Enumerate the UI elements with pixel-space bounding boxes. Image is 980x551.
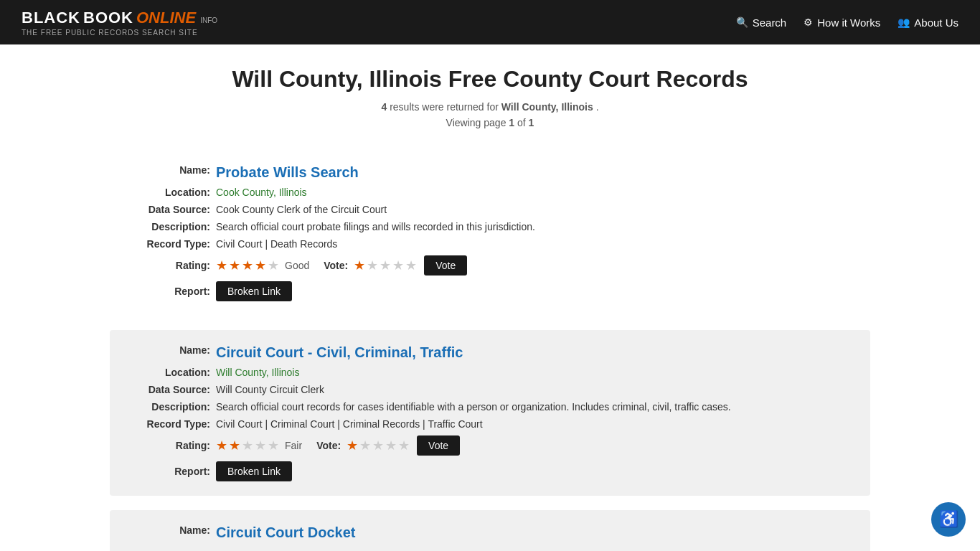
result-2-broken-link-button[interactable]: Broken Link xyxy=(216,461,292,481)
result-2-name-row: Name: Circuit Court - Civil, Criminal, T… xyxy=(124,344,842,361)
vote-star-4: ★ xyxy=(392,258,404,273)
vote2-star-4: ★ xyxy=(385,438,397,453)
rating-star-3: ★ xyxy=(242,258,253,273)
rating-star-4: ★ xyxy=(255,258,266,273)
result-3-name-row: Name: Circuit Court Docket xyxy=(124,524,842,541)
result-2-location-link[interactable]: Will County, Illinois xyxy=(216,367,299,378)
rating2-star-2: ★ xyxy=(229,438,240,453)
result-card-2: Name: Circuit Court - Civil, Criminal, T… xyxy=(110,330,870,496)
result-1-datasource-row: Data Source: Cook County Clerk of the Ci… xyxy=(124,204,842,215)
label-datasource-2: Data Source: xyxy=(124,384,210,395)
site-header: BLACK BOOK ONLINE INFO THE FREE PUBLIC R… xyxy=(0,0,980,44)
current-page: 1 xyxy=(509,117,514,128)
results-location: Will County, Illinois xyxy=(501,101,593,113)
result-1-location-link[interactable]: Cook County, Illinois xyxy=(216,187,307,198)
result-2-rating-row: Rating: ★ ★ ★ ★ ★ Fair Vote: ★ ★ ★ ★ ★ V… xyxy=(124,435,842,456)
page-info: Viewing page 1 of 1 xyxy=(110,117,870,128)
nav-about-us[interactable]: 👥 About Us xyxy=(897,17,958,29)
label-rating-2: Rating: xyxy=(124,440,210,451)
result-2-desc-row: Description: Search official court recor… xyxy=(124,401,842,413)
accessibility-button[interactable]: ♿ xyxy=(931,502,966,537)
logo: BLACK BOOK ONLINE INFO THE FREE PUBLIC R… xyxy=(22,9,217,37)
logo-info: INFO xyxy=(200,17,217,24)
result-1-desc: Search official court probate filings an… xyxy=(216,221,842,232)
result-2-recordtype: Civil Court | Criminal Court | Criminal … xyxy=(216,418,842,430)
nav-how-it-works[interactable]: ⚙ How it Works xyxy=(804,17,880,29)
result-1-name-link[interactable]: Probate Wills Search xyxy=(216,164,359,181)
label-name-2: Name: xyxy=(124,344,210,356)
nav-search-label: Search xyxy=(753,17,787,29)
label-location-1: Location: xyxy=(124,187,210,198)
gear-icon: ⚙ xyxy=(804,17,813,28)
vote-star-1: ★ xyxy=(354,258,365,273)
nav-how-label: How it Works xyxy=(817,17,880,29)
result-2-vote-button[interactable]: Vote xyxy=(417,435,460,456)
label-desc-2: Description: xyxy=(124,401,210,413)
label-rating-1: Rating: xyxy=(124,260,210,271)
rating2-star-3: ★ xyxy=(242,438,253,453)
label-name-3: Name: xyxy=(124,524,210,536)
logo-tagline: THE FREE PUBLIC RECORDS SEARCH SITE xyxy=(22,29,217,37)
page-title: Will County, Illinois Free County Court … xyxy=(110,66,870,93)
result-1-vote-label: Vote: xyxy=(324,260,348,271)
label-location-2: Location: xyxy=(124,367,210,378)
nav-about-label: About Us xyxy=(914,17,958,29)
vote2-star-5: ★ xyxy=(398,438,410,453)
result-1-recordtype-row: Record Type: Civil Court | Death Records xyxy=(124,238,842,250)
rating-star-2: ★ xyxy=(229,258,240,273)
vote-star-3: ★ xyxy=(380,258,391,273)
result-2-rating-stars: ★ ★ ★ ★ ★ xyxy=(216,438,279,453)
result-2-report-row: Report: Broken Link xyxy=(124,461,842,481)
nav-search[interactable]: 🔍 Search xyxy=(736,17,787,29)
results-text: results were returned for xyxy=(390,101,501,113)
label-recordtype-2: Record Type: xyxy=(124,418,210,430)
search-icon: 🔍 xyxy=(736,17,748,28)
rating2-star-1: ★ xyxy=(216,438,227,453)
rating-star-5: ★ xyxy=(268,258,279,273)
result-1-report-row: Report: Broken Link xyxy=(124,281,842,301)
vote-star-2: ★ xyxy=(367,258,378,273)
result-2-name-link[interactable]: Circuit Court - Civil, Criminal, Traffic xyxy=(216,344,463,361)
result-card-1: Name: Probate Wills Search Location: Coo… xyxy=(110,150,870,316)
result-2-vote-stars: ★ ★ ★ ★ ★ xyxy=(347,438,410,453)
result-2-datasource: Will County Circuit Clerk xyxy=(216,384,842,395)
rating-star-1: ★ xyxy=(216,258,227,273)
vote2-star-3: ★ xyxy=(372,438,384,453)
total-pages: 1 xyxy=(529,117,534,128)
result-1-datasource: Cook County Clerk of the Circuit Court xyxy=(216,204,842,215)
result-2-vote-label: Vote: xyxy=(316,440,341,451)
result-2-recordtype-row: Record Type: Civil Court | Criminal Cour… xyxy=(124,418,842,430)
result-1-broken-link-button[interactable]: Broken Link xyxy=(216,281,292,301)
logo-online: ONLINE xyxy=(136,9,196,27)
results-info: 4 results were returned for Will County,… xyxy=(110,101,870,113)
result-2-location-row: Location: Will County, Illinois xyxy=(124,367,842,378)
accessibility-icon: ♿ xyxy=(939,510,958,529)
results-count: 4 xyxy=(381,101,387,113)
label-recordtype-1: Record Type: xyxy=(124,238,210,250)
result-3-name-link[interactable]: Circuit Court Docket xyxy=(216,524,355,541)
result-1-location-row: Location: Cook County, Illinois xyxy=(124,187,842,198)
main-content: Will County, Illinois Free County Court … xyxy=(95,44,885,551)
vote-star-5: ★ xyxy=(405,258,417,273)
result-1-desc-row: Description: Search official court proba… xyxy=(124,221,842,232)
label-report-1: Report: xyxy=(124,286,210,297)
result-1-recordtype: Civil Court | Death Records xyxy=(216,238,842,250)
label-datasource-1: Data Source: xyxy=(124,204,210,215)
label-report-2: Report: xyxy=(124,466,210,477)
result-1-rating-stars: ★ ★ ★ ★ ★ xyxy=(216,258,279,273)
logo-book: BOOK xyxy=(83,9,133,27)
result-2-rating-label: Fair xyxy=(285,440,302,451)
result-2-desc: Search official court records for cases … xyxy=(216,401,842,413)
result-1-vote-button[interactable]: Vote xyxy=(424,255,467,276)
result-card-3: Name: Circuit Court Docket xyxy=(110,510,870,551)
rating2-star-4: ★ xyxy=(255,438,266,453)
vote2-star-2: ★ xyxy=(359,438,371,453)
vote2-star-1: ★ xyxy=(347,438,358,453)
logo-black: BLACK xyxy=(22,9,80,27)
result-2-datasource-row: Data Source: Will County Circuit Clerk xyxy=(124,384,842,395)
people-icon: 👥 xyxy=(897,17,910,28)
rating2-star-5: ★ xyxy=(268,438,279,453)
result-1-vote-stars: ★ ★ ★ ★ ★ xyxy=(354,258,417,273)
result-1-rating-row: Rating: ★ ★ ★ ★ ★ Good Vote: ★ ★ ★ ★ ★ V… xyxy=(124,255,842,276)
result-1-rating-label: Good xyxy=(285,260,309,271)
